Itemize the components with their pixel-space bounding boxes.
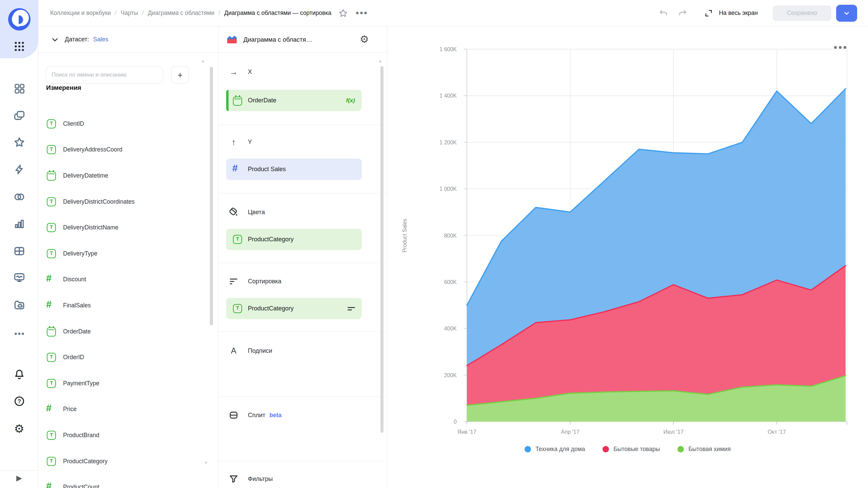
folder-cloud-icon — [13, 299, 25, 311]
save-menu-button[interactable] — [836, 5, 857, 22]
datalens-logo[interactable] — [0, 7, 38, 32]
dataset-header[interactable]: Датасет: Sales — [38, 26, 218, 53]
gear-icon: ⚙ — [360, 34, 369, 45]
breadcrumb-item[interactable]: Диаграмма с областями — [148, 9, 214, 17]
area-chart-type-icon — [226, 34, 237, 45]
redo-button[interactable] — [677, 8, 688, 18]
x-field-pill-orderdate[interactable]: OrderDate f(x) — [226, 90, 362, 111]
sidebar-item-tables[interactable] — [0, 245, 38, 257]
field-item-productbrand[interactable]: ProductBrand — [38, 422, 201, 448]
y-tick-label: 800K — [444, 233, 457, 239]
section-sort: Сортировка — [219, 277, 387, 286]
more-actions-button[interactable]: ••• — [356, 8, 368, 18]
number-field-icon — [47, 483, 56, 488]
colors-field-pill-productcategory[interactable]: ProductCategory — [226, 229, 362, 250]
field-item-orderdate[interactable]: OrderDate — [38, 319, 201, 345]
chevron-down-icon — [843, 9, 850, 17]
help-button[interactable]: ? — [0, 395, 38, 407]
sidebar-item-relations[interactable] — [0, 191, 38, 203]
field-search-input[interactable] — [46, 66, 163, 84]
expand-rail-button[interactable]: ▶ — [0, 474, 38, 483]
field-name: DeliveryType — [63, 250, 97, 257]
fullscreen-button[interactable]: На весь экран — [704, 8, 758, 18]
field-item-deliverydatetime[interactable]: DeliveryDatetime — [38, 163, 201, 189]
legend-dot-icon — [677, 446, 684, 452]
field-item-deliverytype[interactable]: DeliveryType — [38, 241, 201, 267]
sort-direction-button[interactable] — [348, 306, 355, 312]
legend-item[interactable]: Бытовые товары — [603, 446, 660, 453]
formula-fx-button[interactable]: f(x) — [346, 97, 355, 104]
field-item-price[interactable]: Price — [38, 396, 201, 423]
section-split-label: Сплит — [248, 412, 265, 419]
number-field-icon — [233, 165, 242, 174]
field-list: ClientIDDeliveryAddressCoordDeliveryDate… — [38, 111, 201, 488]
number-field-icon — [47, 275, 56, 284]
add-field-button[interactable]: + — [171, 66, 189, 84]
paint-bucket-svg — [229, 207, 239, 217]
field-name: OrderID — [63, 354, 84, 361]
breadcrumb: Коллекции и воркбуки/Чарты/Диаграмма с о… — [50, 9, 331, 17]
viz-scrollbar[interactable] — [380, 66, 383, 433]
sidebar-item-dashboards[interactable] — [0, 83, 38, 94]
field-name: DeliveryAddressCoord — [63, 146, 122, 153]
field-item-deliverydistrictcoordinates[interactable]: DeliveryDistrictCoordinates — [38, 189, 201, 215]
number-field-icon — [47, 405, 56, 414]
sidebar-item-monitoring[interactable] — [0, 271, 38, 284]
text-field-icon — [233, 304, 242, 313]
sort-icon — [228, 277, 239, 286]
field-name: PaymentType — [63, 380, 99, 387]
notifications-button[interactable] — [0, 368, 38, 380]
text-field-icon — [47, 353, 56, 362]
favorite-star-button[interactable] — [338, 8, 348, 18]
visualization-header[interactable]: Диаграмма с областя… ⚙ — [219, 26, 387, 53]
funnel-svg — [229, 474, 239, 484]
field-item-paymenttype[interactable]: PaymentType — [38, 370, 201, 396]
pill-field-name: OrderDate — [248, 97, 276, 104]
breadcrumb-separator: / — [142, 9, 144, 17]
field-item-productcategory[interactable]: ProductCategory — [38, 448, 201, 474]
y-tick-label: 1 200K — [439, 140, 457, 145]
x-tick-label: Окт '17 — [768, 429, 786, 435]
sidebar-item-more[interactable] — [0, 328, 38, 340]
chart-legend: Техника для домаБытовые товарыБытовая хи… — [387, 446, 868, 453]
stacked-area-chart[interactable]: 0200K400K600K800K1 000K1 200K1 400K1 600… — [387, 26, 868, 488]
breadcrumb-item[interactable]: Чарты — [121, 9, 138, 17]
section-colors: Цвета — [219, 207, 387, 217]
sidebar-item-storage[interactable] — [0, 299, 38, 311]
sidebar-item-collections[interactable] — [0, 109, 38, 122]
sidebar-item-charts[interactable] — [0, 218, 38, 229]
date-field-icon — [47, 327, 56, 337]
field-item-finalsales[interactable]: FinalSales — [38, 292, 201, 319]
saved-button[interactable]: Сохранено — [773, 5, 831, 21]
y-tick-label: 200K — [444, 372, 457, 378]
x-tick-label: Янв '17 — [457, 429, 476, 435]
legend-item[interactable]: Техника для дома — [525, 446, 585, 453]
field-item-orderid[interactable]: OrderID — [38, 344, 201, 370]
field-item-clientid[interactable]: ClientID — [38, 111, 201, 137]
split-icon — [228, 410, 239, 420]
breadcrumb-item[interactable]: Коллекции и воркбуки — [50, 9, 111, 17]
settings-button[interactable]: ⚙ — [0, 422, 38, 435]
legend-item[interactable]: Бытовая химия — [677, 446, 731, 453]
sort-field-pill-productcategory[interactable]: ProductCategory — [226, 298, 362, 319]
dataset-name-link[interactable]: Sales — [93, 36, 108, 43]
split-svg — [229, 410, 239, 420]
y-field-pill-product-sales[interactable]: Product Sales — [226, 159, 362, 180]
field-item-deliveryaddresscoord[interactable]: DeliveryAddressCoord — [38, 137, 201, 163]
section-filters: Фильтры — [219, 474, 387, 484]
chart-menu-button[interactable] — [834, 46, 846, 49]
sidebar-item-quick-actions[interactable] — [0, 164, 38, 175]
text-field-icon — [47, 457, 56, 466]
field-item-productcount[interactable]: ProductCount — [38, 474, 201, 488]
sidebar-item-favorites[interactable] — [0, 136, 38, 148]
y-tick-label: 1 400K — [439, 93, 457, 99]
section-divider — [219, 263, 387, 263]
x-tick-label: Июл '17 — [663, 429, 684, 435]
field-item-deliverydistrictname[interactable]: DeliveryDistrictName — [38, 215, 201, 241]
apps-grid-icon[interactable] — [0, 40, 38, 53]
field-name: ProductCategory — [63, 458, 107, 465]
undo-button[interactable] — [658, 8, 669, 18]
field-item-discount[interactable]: Discount — [38, 267, 201, 293]
dataset-scrollbar[interactable] — [210, 67, 213, 325]
chart-settings-button[interactable]: ⚙ — [360, 33, 369, 45]
